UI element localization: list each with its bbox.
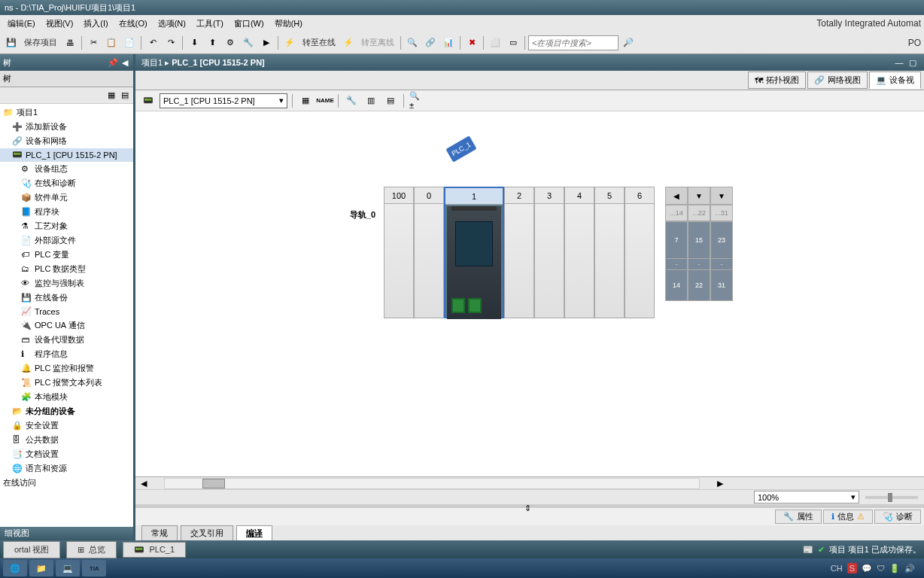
- dt-btn3-icon[interactable]: 🔧: [343, 93, 360, 109]
- ext-cell[interactable]: 7: [665, 221, 688, 259]
- extension-slots[interactable]: ◀ ...14 7 - 14 ▼ ...22 15 - 22 ▼: [665, 187, 733, 318]
- breadcrumb-project[interactable]: 项目1: [141, 58, 163, 67]
- menu-online[interactable]: 在线(O): [114, 17, 152, 31]
- minimize-icon[interactable]: ―: [894, 57, 904, 68]
- task-app1-icon[interactable]: 🌐: [3, 560, 27, 576]
- ext-cell[interactable]: 14: [665, 269, 688, 301]
- cut-icon[interactable]: ✂: [85, 35, 102, 51]
- tree-item[interactable]: 🔌OPC UA 通信: [0, 318, 133, 333]
- menu-options[interactable]: 选项(N): [153, 17, 190, 31]
- dt-btn4-icon[interactable]: ▥: [363, 93, 379, 109]
- menu-tools[interactable]: 工具(T): [192, 17, 228, 31]
- tree-online-access[interactable]: 在线访问: [0, 476, 133, 490]
- tree-item[interactable]: 🔔PLC 监控和报警: [0, 361, 133, 376]
- sidebar-pin-icon[interactable]: 📌: [108, 57, 118, 68]
- menu-insert[interactable]: 插入(I): [79, 17, 112, 31]
- tool-icon[interactable]: 🔧: [240, 35, 257, 51]
- scroll-thumb[interactable]: [202, 479, 225, 488]
- slot-1-cpu[interactable]: 1: [444, 187, 504, 318]
- tree-item[interactable]: 💾在线备份: [0, 291, 133, 305]
- ext-cell[interactable]: 23: [710, 221, 733, 259]
- cpu-module[interactable]: [447, 206, 501, 319]
- tree-item[interactable]: 🔒安全设置: [0, 418, 133, 433]
- slot-3[interactable]: 3: [534, 187, 564, 318]
- zoom-dropdown[interactable]: 100% ▾: [754, 491, 859, 503]
- tree-item[interactable]: 🏷PLC 变量: [0, 248, 133, 262]
- menu-window[interactable]: 窗口(W): [229, 17, 269, 31]
- ext-cell[interactable]: ...22: [688, 205, 710, 221]
- tree-item[interactable]: ➕添加新设备: [0, 120, 133, 134]
- topology-view-tab[interactable]: 🗺拓扑视图: [748, 71, 806, 89]
- tree-item[interactable]: 📈Traces: [0, 305, 133, 318]
- compile-tab[interactable]: 编译: [236, 525, 272, 540]
- layout2-icon[interactable]: ▭: [505, 35, 521, 51]
- xref-icon[interactable]: 🔗: [422, 35, 439, 51]
- save-label[interactable]: 保存项目: [21, 37, 60, 48]
- tree-item[interactable]: 🗃设备代理数据: [0, 333, 133, 347]
- plc-tab-button[interactable]: 📟PLC_1: [123, 542, 186, 558]
- download-icon[interactable]: ⬇: [186, 35, 202, 51]
- go-online-label[interactable]: 转至在线: [299, 37, 339, 48]
- tray-vol-icon[interactable]: 🔊: [904, 564, 915, 573]
- go-offline-icon[interactable]: ⚡: [340, 35, 357, 51]
- slot-100[interactable]: 100: [384, 187, 414, 318]
- dt-btn5-icon[interactable]: ▤: [382, 93, 399, 109]
- tree-root[interactable]: 📁 项目1: [0, 105, 133, 120]
- tree-item[interactable]: 📄外部源文件: [0, 233, 133, 248]
- compile-icon[interactable]: ⚙: [222, 35, 239, 51]
- xref-tab[interactable]: 交叉引用: [181, 525, 233, 540]
- sim-icon[interactable]: ▶: [258, 35, 275, 51]
- plc-tag[interactable]: PLC_1: [445, 135, 476, 162]
- tree-item[interactable]: 📟PLC_1 [CPU 1515-2 PN]: [0, 148, 133, 162]
- ext-nav-left[interactable]: ◀: [665, 187, 688, 205]
- ext-nav-down1[interactable]: ▼: [688, 187, 710, 205]
- general-tab[interactable]: 常规: [141, 525, 178, 540]
- ethernet-port-1[interactable]: [451, 298, 465, 313]
- dt-btn2-icon[interactable]: NAME: [317, 93, 333, 109]
- slot-2[interactable]: 2: [504, 187, 534, 318]
- dt-btn1-icon[interactable]: ▦: [297, 93, 314, 109]
- tray-battery-icon[interactable]: 🔋: [889, 564, 900, 573]
- ethernet-port-2[interactable]: [468, 298, 482, 313]
- tree-item[interactable]: 🔗设备和网络: [0, 134, 133, 148]
- scroll-track[interactable]: [164, 478, 700, 489]
- tray-lang[interactable]: CH: [831, 564, 843, 573]
- maximize-icon[interactable]: ▢: [907, 57, 918, 68]
- menu-help[interactable]: 帮助(H): [270, 17, 307, 31]
- tree-item[interactable]: 🌐语言和资源: [0, 461, 133, 476]
- portal-view-button[interactable]: ortal 视图: [3, 541, 60, 558]
- tree-item[interactable]: 📦软件单元: [0, 190, 133, 205]
- tree-item[interactable]: 🩺在线和诊断: [0, 176, 133, 190]
- tree-item[interactable]: 🧩本地模块: [0, 390, 133, 404]
- tray-ime-icon[interactable]: S: [847, 563, 857, 573]
- tree-item[interactable]: 🗂PLC 数据类型: [0, 262, 133, 276]
- undo-icon[interactable]: ↶: [144, 35, 161, 51]
- rack[interactable]: 100 0 1 2 3 4 5 6: [384, 187, 733, 318]
- detail-view-header[interactable]: 细视图: [0, 527, 133, 540]
- menu-edit[interactable]: 编辑(E): [3, 17, 40, 31]
- zoom-fit-icon[interactable]: 🔍±: [409, 93, 425, 109]
- device-view-tab[interactable]: 💻设备视: [869, 71, 921, 89]
- tree-tool1-icon[interactable]: ▦: [106, 90, 117, 101]
- save-icon[interactable]: 💾: [3, 35, 20, 51]
- search-tool-icon[interactable]: 🔍: [404, 35, 421, 51]
- tree-item[interactable]: 📘程序块: [0, 205, 133, 219]
- ext-cell[interactable]: 22: [688, 269, 710, 301]
- tree-item[interactable]: 📂未分组的设备: [0, 404, 133, 418]
- ext-cell[interactable]: ...14: [665, 205, 688, 221]
- zoom-slider[interactable]: [865, 496, 918, 499]
- task-app2-icon[interactable]: 📁: [29, 560, 53, 576]
- overview-button[interactable]: ⊞总览: [66, 541, 117, 558]
- device-canvas[interactable]: PLC_1 导轨_0 100 0 1 2 3: [135, 111, 924, 476]
- search-go-icon[interactable]: 🔎: [620, 35, 637, 51]
- layout1-icon[interactable]: ⬜: [487, 35, 503, 51]
- ext-nav-down2[interactable]: ▼: [710, 187, 733, 205]
- project-tree[interactable]: 📁 项目1 ➕添加新设备🔗设备和网络📟PLC_1 [CPU 1515-2 PN]…: [0, 104, 133, 527]
- device-select-icon[interactable]: 📟: [140, 93, 157, 109]
- search-input[interactable]: [528, 35, 619, 50]
- delete-icon[interactable]: ✖: [464, 35, 480, 51]
- go-online-icon[interactable]: ⚡: [281, 35, 298, 51]
- upload-icon[interactable]: ⬆: [204, 35, 220, 51]
- horizontal-scrollbar[interactable]: ◀ ▶: [135, 476, 924, 489]
- slot-6[interactable]: 6: [625, 187, 655, 318]
